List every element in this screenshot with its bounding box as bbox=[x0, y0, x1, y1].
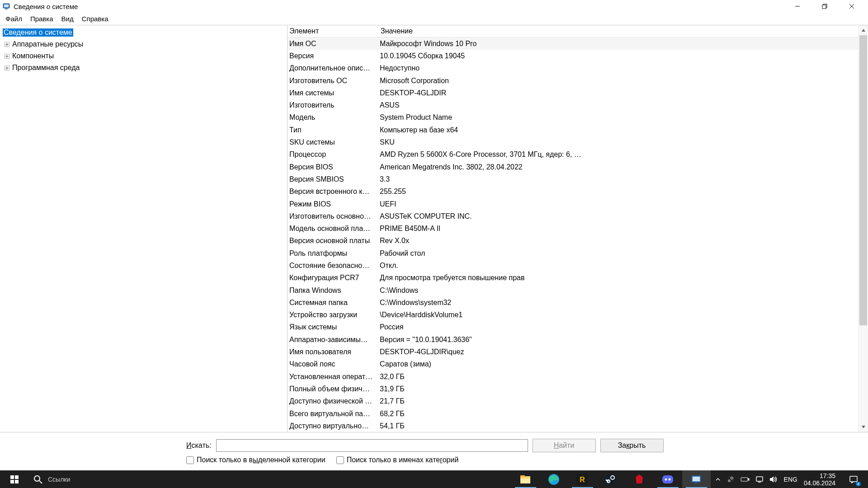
checkbox-category-names[interactable]: Поиск только в именах категорий bbox=[336, 456, 459, 464]
checkbox-category-names-input[interactable] bbox=[336, 456, 344, 464]
maximize-button[interactable] bbox=[811, 0, 838, 13]
svg-rect-11 bbox=[10, 480, 14, 483]
menu-edit[interactable]: Правка bbox=[27, 14, 57, 23]
cell-value: Недоступно bbox=[379, 64, 868, 72]
tray-notifications[interactable]: 4 bbox=[844, 470, 863, 488]
cell-value: Откл. bbox=[379, 262, 868, 270]
tray-steam-icon[interactable] bbox=[727, 476, 734, 483]
list-row[interactable]: Папка WindowsC:\Windows bbox=[288, 284, 868, 296]
taskbar[interactable]: Ссылки R ENG bbox=[0, 470, 868, 488]
list-row[interactable]: Режим BIOSUEFI bbox=[288, 198, 868, 210]
list-row[interactable]: ИзготовительASUS bbox=[288, 99, 868, 111]
list-row[interactable]: Версия SMBIOS3.3 bbox=[288, 173, 868, 185]
menu-help[interactable]: Справка bbox=[78, 14, 112, 23]
list-header[interactable]: Элемент Значение bbox=[288, 25, 868, 38]
start-button[interactable] bbox=[0, 470, 29, 488]
list-row[interactable]: Доступно виртуально…54,1 ГБ bbox=[288, 420, 868, 432]
tree-item-hardware[interactable]: + Аппаратные ресурсы bbox=[3, 38, 287, 50]
checkbox-selected-category[interactable]: Поиск только в выделенной категории bbox=[186, 456, 326, 464]
list-row[interactable]: Версия10.0.19045 Сборка 19045 bbox=[288, 50, 868, 62]
taskbar-app-explorer[interactable] bbox=[511, 470, 540, 488]
tree-item-software[interactable]: + Программная среда bbox=[3, 62, 287, 74]
taskbar-search[interactable]: Ссылки bbox=[29, 470, 340, 488]
list-row[interactable]: Часовой поясСаратов (зима) bbox=[288, 358, 868, 371]
list-row[interactable]: Устройство загрузки\Device\HarddiskVolum… bbox=[288, 309, 868, 321]
scrollbar-vertical[interactable] bbox=[858, 25, 868, 432]
taskbar-app-steam[interactable] bbox=[597, 470, 625, 488]
list-row[interactable]: Аппаратно-зависимы…Версия = "10.0.19041.… bbox=[288, 333, 868, 346]
menubar: Файл Правка Вид Справка bbox=[0, 13, 868, 25]
scroll-thumb[interactable] bbox=[859, 35, 867, 325]
cell-element: Язык системы bbox=[288, 323, 379, 331]
list-row[interactable]: Изготовитель основно…ASUSTeK COMPUTER IN… bbox=[288, 210, 868, 222]
cell-value: C:\Windows\system32 bbox=[379, 299, 868, 307]
list-row[interactable]: Системная папкаC:\Windows\system32 bbox=[288, 296, 868, 309]
list-row[interactable]: Дополнительное опис…Недоступно bbox=[288, 62, 868, 75]
tray-network-icon[interactable] bbox=[756, 476, 763, 483]
svg-rect-35 bbox=[748, 479, 749, 480]
list-row[interactable]: Полный объем физич…31,9 ГБ bbox=[288, 383, 868, 395]
cell-element: Состояние безопасно… bbox=[288, 262, 379, 270]
list-row[interactable]: Состояние безопасно…Откл. bbox=[288, 259, 868, 272]
taskbar-app-edge[interactable] bbox=[540, 470, 568, 488]
tray-language[interactable]: ENG bbox=[784, 476, 797, 483]
minimize-button[interactable] bbox=[784, 0, 811, 13]
list-row[interactable]: Версия встроенного к…255.255 bbox=[288, 186, 868, 198]
list-row[interactable]: Установленная операт…32,0 ГБ bbox=[288, 371, 868, 383]
svg-point-21 bbox=[605, 474, 616, 485]
column-element[interactable]: Элемент bbox=[288, 27, 379, 35]
close-button-footer[interactable]: Закрыть bbox=[600, 439, 664, 452]
column-value[interactable]: Значение bbox=[379, 27, 868, 35]
list-body[interactable]: Имя ОСМайкрософт Windows 10 ProВерсия10.… bbox=[288, 38, 868, 432]
find-button[interactable]: Найти bbox=[533, 439, 596, 452]
list-row[interactable]: Имя пользователяDESKTOP-4GLJDIR\quez bbox=[288, 346, 868, 358]
expander-icon[interactable]: + bbox=[5, 66, 9, 70]
checkbox-selected-category-input[interactable] bbox=[186, 456, 194, 464]
list-row[interactable]: ТипКомпьютер на базе x64 bbox=[288, 124, 868, 136]
cell-element: Папка Windows bbox=[288, 286, 379, 295]
expander-icon[interactable]: + bbox=[5, 54, 9, 59]
scroll-down-icon[interactable] bbox=[859, 422, 868, 432]
menu-view[interactable]: Вид bbox=[58, 14, 77, 23]
search-placeholder: Ссылки bbox=[48, 476, 70, 483]
taskbar-app-r[interactable]: R bbox=[568, 470, 597, 488]
list-row[interactable]: Конфигурация PCR7Для просмотра требуется… bbox=[288, 272, 868, 284]
cell-element: Имя системы bbox=[288, 89, 379, 97]
list-row[interactable]: Изготовитель ОСMicrosoft Corporation bbox=[288, 75, 868, 87]
menu-file[interactable]: Файл bbox=[2, 14, 26, 23]
tree-root-item[interactable]: Сведения о системе bbox=[3, 27, 287, 38]
svg-rect-1 bbox=[4, 5, 9, 7]
titlebar[interactable]: Сведения о системе bbox=[0, 0, 868, 13]
system-tray[interactable]: ENG 17:35 04.06.2024 4 bbox=[711, 470, 868, 488]
tray-clock[interactable]: 17:35 04.06.2024 bbox=[804, 472, 837, 487]
tray-battery-icon[interactable] bbox=[741, 476, 750, 483]
tray-volume-icon[interactable] bbox=[769, 476, 778, 483]
taskbar-app-msinfo[interactable] bbox=[682, 470, 711, 488]
list-row[interactable]: МодельSystem Product Name bbox=[288, 112, 868, 124]
list-row[interactable]: ПроцессорAMD Ryzen 5 5600X 6-Core Proces… bbox=[288, 149, 868, 161]
tree-pane[interactable]: Сведения о системе + Аппаратные ресурсы … bbox=[0, 25, 288, 432]
list-row[interactable]: Имя системыDESKTOP-4GLJDIR bbox=[288, 87, 868, 99]
list-row[interactable]: Роль платформыРабочий стол bbox=[288, 247, 868, 259]
expander-icon[interactable]: + bbox=[5, 42, 9, 47]
cell-element: Версия встроенного к… bbox=[288, 188, 379, 196]
taskbar-app-red[interactable] bbox=[625, 470, 654, 488]
list-row[interactable]: SKU системыSKU bbox=[288, 136, 868, 148]
tree-item-components[interactable]: + Компоненты bbox=[3, 50, 287, 62]
taskbar-app-discord[interactable] bbox=[654, 470, 682, 488]
search-input[interactable] bbox=[216, 439, 528, 452]
taskbar-apps: R bbox=[511, 470, 711, 488]
list-row[interactable]: Версия BIOSAmerican Megatrends Inc. 3802… bbox=[288, 161, 868, 173]
tray-chevron-icon[interactable] bbox=[715, 477, 721, 482]
close-button[interactable] bbox=[838, 0, 865, 13]
list-row[interactable]: Всего виртуальной па…68,2 ГБ bbox=[288, 408, 868, 420]
list-row[interactable]: Доступно физической …21,7 ГБ bbox=[288, 395, 868, 408]
list-row[interactable]: Имя ОСМайкрософт Windows 10 Pro bbox=[288, 38, 868, 50]
list-row[interactable]: Модель основной пла…PRIME B450M-A II bbox=[288, 222, 868, 235]
list-row[interactable]: Язык системыРоссия bbox=[288, 321, 868, 333]
list-row[interactable]: Версия основной платыRev X.0x bbox=[288, 235, 868, 247]
tree-item-label: Компоненты bbox=[12, 52, 54, 60]
svg-rect-25 bbox=[662, 475, 673, 483]
scroll-up-icon[interactable] bbox=[859, 25, 868, 35]
footer: Искать: Найти Закрыть Поиск только в выд… bbox=[0, 432, 868, 470]
